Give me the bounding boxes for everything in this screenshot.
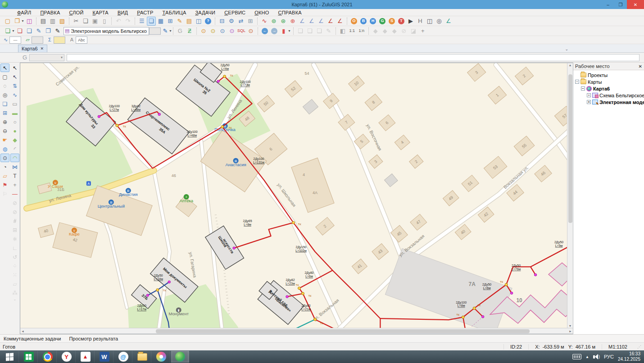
node-chamber[interactable] (301, 292, 304, 295)
menu-item-11[interactable]: СПРАВКА (275, 9, 305, 16)
chrome-icon[interactable] (39, 351, 57, 363)
poly-op-1-icon[interactable]: ◆ (371, 27, 380, 36)
profile-4-icon[interactable]: ∠ (326, 17, 335, 26)
network-icon[interactable]: ⊛ (279, 17, 288, 26)
consumer-icon[interactable]: ⊕ (288, 17, 297, 26)
find-object-icon[interactable]: ⊙ (199, 27, 208, 36)
map-window-tool[interactable]: ❏ (0, 100, 9, 108)
search-input[interactable] (67, 54, 639, 61)
dropdown-caret-icon[interactable]: ▼ (21, 19, 24, 23)
poly-op-3-icon[interactable]: ◆ (390, 27, 399, 36)
menu-item-3[interactable]: СЛОЙ (66, 9, 87, 16)
map-draw-icon[interactable]: ✎ (53, 27, 62, 36)
zulugis-icon[interactable] (171, 351, 189, 363)
scale-1-1-icon[interactable]: 1:1 (348, 27, 357, 36)
node-consumer[interactable] (146, 294, 149, 297)
mode-h-icon[interactable]: H (368, 17, 377, 26)
nodes-add-tool[interactable]: ⁙ (10, 271, 19, 279)
explorer-icon[interactable] (133, 351, 151, 363)
fill-sample[interactable] (32, 36, 43, 44)
measure-tool[interactable]: ▱ (0, 172, 9, 180)
db-settings-icon[interactable]: ⚙ (227, 17, 236, 26)
db-export-icon[interactable]: ⊟ (218, 17, 227, 26)
map-new-icon[interactable]: ❏ (3, 27, 12, 36)
store-icon[interactable] (20, 351, 38, 363)
node-consumer[interactable] (233, 247, 236, 250)
node-consumer[interactable] (481, 315, 484, 318)
delete-icon[interactable]: ▯ (100, 17, 109, 26)
keyboard-icon[interactable] (572, 354, 581, 359)
select-lasso-tool[interactable]: ◎ (0, 91, 9, 99)
menu-item-1[interactable]: ФАЙЛ (14, 9, 35, 16)
profile-2-icon[interactable]: ∠ (307, 17, 316, 26)
polyline-style-icon[interactable]: ∿ (2, 36, 9, 44)
tree-item-карта6[interactable]: −Карта6 (575, 85, 644, 92)
find-flow-icon[interactable]: ⊙ (227, 27, 236, 36)
ellipse-draw-tool[interactable]: ○ (10, 118, 19, 126)
star-select-tool[interactable]: ✱ (10, 235, 19, 243)
node-chamber[interactable] (292, 221, 295, 224)
node-chamber[interactable] (116, 124, 118, 127)
forward-icon[interactable]: → (270, 27, 279, 36)
polygon-style-icon[interactable]: ▱ (24, 36, 32, 44)
node-chamber[interactable] (313, 318, 316, 321)
maximize-button[interactable]: ❐ (614, 0, 627, 9)
node-z-icon[interactable]: Ƶ (185, 27, 194, 36)
cursor-plus-icon[interactable]: + (418, 27, 427, 36)
rotate-tool[interactable]: ↺ (10, 253, 19, 261)
graph-slope-icon[interactable]: ∠ (444, 17, 453, 26)
nodes-color-tool[interactable]: ⁂ (10, 289, 19, 297)
node-consumer[interactable] (98, 115, 100, 118)
tab-close-icon[interactable]: ✕ (41, 46, 44, 51)
node-chamber[interactable] (223, 75, 226, 78)
undo-icon[interactable]: ↶ (114, 17, 123, 26)
map-close-icon[interactable]: ❏ (15, 27, 24, 36)
journal-icon[interactable]: ▤ (185, 17, 194, 26)
grid-window-tool[interactable]: ⊞ (0, 109, 9, 117)
menu-item-6[interactable]: РАСТР (133, 9, 157, 16)
nodes-move-tool[interactable]: ⁘ (10, 262, 19, 270)
menu-item-2[interactable]: ПРАВКА (36, 9, 63, 16)
word-icon[interactable]: W (95, 351, 113, 363)
map-edit-icon[interactable]: ✎ (34, 27, 43, 36)
dropdown-caret-icon[interactable]: ▼ (169, 29, 172, 32)
cross-tool[interactable]: + (10, 181, 19, 189)
profile-5-icon[interactable]: ∠ (336, 17, 345, 26)
compass-tool[interactable]: ◔ (0, 163, 9, 171)
node-consumer[interactable] (286, 295, 289, 298)
language-indicator[interactable]: РУС (604, 354, 614, 359)
node-chamber[interactable] (505, 283, 508, 286)
edit-node-tool[interactable]: ↖ (10, 73, 19, 81)
symbol-style-icon[interactable]: Σ (46, 36, 54, 44)
layer-edit-icon[interactable]: ✎ (161, 27, 170, 36)
node-y2-tool[interactable]: ⊘ (10, 208, 19, 216)
chart-window-icon[interactable]: ◫ (425, 17, 434, 26)
map-tab[interactable]: Карта6✕ (18, 45, 47, 52)
renumber-tool[interactable]: ⇅ (10, 82, 19, 90)
tree-expander-icon[interactable]: − (575, 80, 579, 84)
node-consumer[interactable] (168, 281, 171, 283)
mode-s-icon[interactable]: S (387, 17, 396, 26)
poly-op-4-icon[interactable]: ⊘ (399, 27, 408, 36)
volume-icon[interactable]: ) (593, 354, 600, 359)
sql-icon[interactable]: SQL (237, 27, 246, 36)
table-add-icon[interactable]: ⊞ (166, 17, 175, 26)
menu-item-9[interactable]: СЕРВИС (221, 9, 249, 16)
text-style-icon[interactable]: A (68, 36, 76, 44)
layers-panel-icon[interactable]: ❏ (147, 17, 156, 26)
workspace-close-icon[interactable]: ✕ (639, 64, 642, 69)
save-icon[interactable]: ◫ (25, 17, 34, 26)
zoom-in-tool[interactable]: ⊕ (0, 118, 9, 126)
poly-op-5-icon[interactable]: ◪ (409, 27, 418, 36)
node-chamber[interactable] (221, 126, 224, 128)
rect-draw-tool[interactable]: ▭ (10, 100, 19, 108)
polygon-draw-tool[interactable]: ◆ (10, 136, 19, 144)
ellipse-fill-tool[interactable]: ● (10, 127, 19, 135)
menu-item-8[interactable]: ЗАДАЧИ (191, 9, 219, 16)
symbol-sample[interactable] (54, 36, 65, 44)
node-y1-tool[interactable]: ⊘ (10, 199, 19, 207)
info-tool[interactable]: ◍ (0, 145, 9, 153)
grid-tool[interactable]: # (10, 217, 19, 225)
text-sample[interactable]: Abc (76, 36, 87, 44)
zoom-out-tool[interactable]: ⊖ (0, 127, 9, 135)
